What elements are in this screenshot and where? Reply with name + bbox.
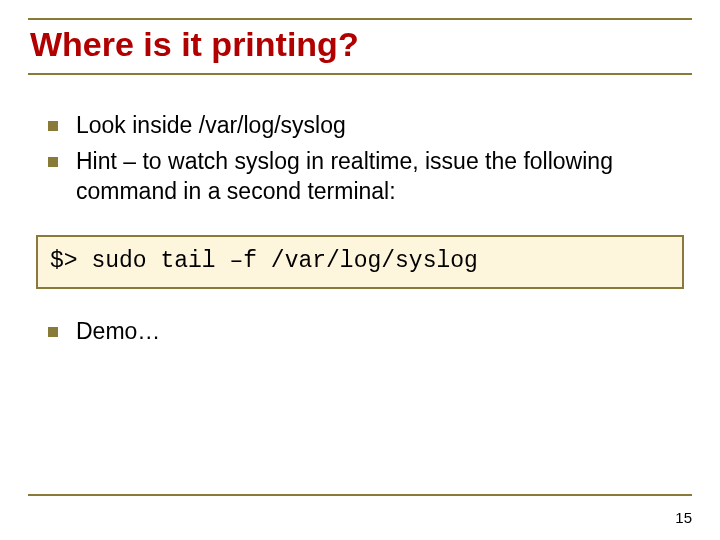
page-number: 15	[675, 509, 692, 526]
bullet-text: Demo…	[76, 318, 160, 344]
list-item: Demo…	[36, 317, 684, 347]
top-rule	[28, 18, 692, 20]
bullet-text: Look inside /var/log/syslog	[76, 112, 346, 138]
bullet-list-bottom: Demo…	[36, 317, 684, 347]
list-item: Hint – to watch syslog in realtime, issu…	[36, 147, 684, 207]
bullet-list-top: Look inside /var/log/syslog Hint – to wa…	[36, 111, 684, 207]
slide: Where is it printing? Look inside /var/l…	[0, 0, 720, 540]
list-item: Look inside /var/log/syslog	[36, 111, 684, 141]
slide-body: Look inside /var/log/syslog Hint – to wa…	[28, 75, 692, 346]
code-block: $> sudo tail –f /var/log/syslog	[36, 235, 684, 289]
bullet-text: Hint – to watch syslog in realtime, issu…	[76, 148, 613, 204]
bottom-rule	[28, 494, 692, 496]
page-title: Where is it printing?	[28, 22, 692, 71]
